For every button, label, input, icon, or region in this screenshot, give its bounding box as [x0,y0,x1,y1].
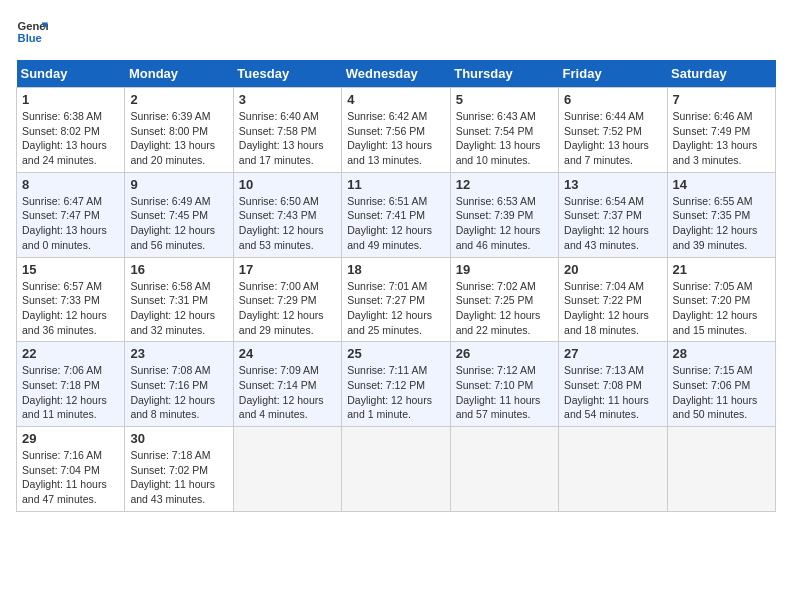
day-number: 24 [239,346,336,361]
sunrise-text: Sunrise: 6:49 AM [130,195,210,207]
sunset-text: Sunset: 7:58 PM [239,125,317,137]
sunrise-text: Sunrise: 7:05 AM [673,280,753,292]
sunrise-text: Sunrise: 6:57 AM [22,280,102,292]
sunrise-text: Sunrise: 6:55 AM [673,195,753,207]
day-number: 8 [22,177,119,192]
daylight-text: Daylight: 11 hours and 54 minutes. [564,394,649,421]
sunset-text: Sunset: 7:43 PM [239,209,317,221]
day-number: 27 [564,346,661,361]
logo: General Blue [16,16,48,48]
daylight-text: Daylight: 13 hours and 10 minutes. [456,139,541,166]
daylight-text: Daylight: 12 hours and 1 minute. [347,394,432,421]
calendar-cell: 6 Sunrise: 6:44 AM Sunset: 7:52 PM Dayli… [559,88,667,173]
day-number: 15 [22,262,119,277]
page-header: General Blue [16,16,776,48]
daylight-text: Daylight: 12 hours and 4 minutes. [239,394,324,421]
sunset-text: Sunset: 7:12 PM [347,379,425,391]
day-number: 30 [130,431,227,446]
day-number: 28 [673,346,770,361]
calendar-cell: 15 Sunrise: 6:57 AM Sunset: 7:33 PM Dayl… [17,257,125,342]
daylight-text: Daylight: 13 hours and 0 minutes. [22,224,107,251]
sunrise-text: Sunrise: 6:58 AM [130,280,210,292]
header-row: SundayMondayTuesdayWednesdayThursdayFrid… [17,60,776,88]
day-number: 1 [22,92,119,107]
calendar-cell: 19 Sunrise: 7:02 AM Sunset: 7:25 PM Dayl… [450,257,558,342]
daylight-text: Daylight: 12 hours and 29 minutes. [239,309,324,336]
day-number: 22 [22,346,119,361]
day-number: 17 [239,262,336,277]
sunset-text: Sunset: 7:06 PM [673,379,751,391]
sunrise-text: Sunrise: 7:09 AM [239,364,319,376]
day-number: 20 [564,262,661,277]
col-header-wednesday: Wednesday [342,60,450,88]
day-number: 25 [347,346,444,361]
sunset-text: Sunset: 7:18 PM [22,379,100,391]
day-number: 2 [130,92,227,107]
day-number: 12 [456,177,553,192]
sunrise-text: Sunrise: 6:54 AM [564,195,644,207]
sunset-text: Sunset: 7:54 PM [456,125,534,137]
sunset-text: Sunset: 7:56 PM [347,125,425,137]
sunset-text: Sunset: 7:16 PM [130,379,208,391]
calendar-cell: 23 Sunrise: 7:08 AM Sunset: 7:16 PM Dayl… [125,342,233,427]
sunrise-text: Sunrise: 7:18 AM [130,449,210,461]
daylight-text: Daylight: 13 hours and 13 minutes. [347,139,432,166]
calendar-week-row: 15 Sunrise: 6:57 AM Sunset: 7:33 PM Dayl… [17,257,776,342]
daylight-text: Daylight: 12 hours and 25 minutes. [347,309,432,336]
sunrise-text: Sunrise: 6:47 AM [22,195,102,207]
calendar-cell: 27 Sunrise: 7:13 AM Sunset: 7:08 PM Dayl… [559,342,667,427]
sunrise-text: Sunrise: 7:15 AM [673,364,753,376]
sunrise-text: Sunrise: 6:50 AM [239,195,319,207]
daylight-text: Daylight: 13 hours and 20 minutes. [130,139,215,166]
sunset-text: Sunset: 7:52 PM [564,125,642,137]
svg-text:General: General [18,20,48,32]
calendar-week-row: 1 Sunrise: 6:38 AM Sunset: 8:02 PM Dayli… [17,88,776,173]
sunrise-text: Sunrise: 7:00 AM [239,280,319,292]
day-number: 9 [130,177,227,192]
sunset-text: Sunset: 7:22 PM [564,294,642,306]
calendar-cell: 7 Sunrise: 6:46 AM Sunset: 7:49 PM Dayli… [667,88,775,173]
calendar-cell [450,427,558,512]
day-number: 6 [564,92,661,107]
sunset-text: Sunset: 8:00 PM [130,125,208,137]
sunset-text: Sunset: 7:37 PM [564,209,642,221]
daylight-text: Daylight: 12 hours and 18 minutes. [564,309,649,336]
day-number: 5 [456,92,553,107]
calendar-cell: 26 Sunrise: 7:12 AM Sunset: 7:10 PM Dayl… [450,342,558,427]
daylight-text: Daylight: 12 hours and 56 minutes. [130,224,215,251]
day-number: 7 [673,92,770,107]
sunrise-text: Sunrise: 6:39 AM [130,110,210,122]
day-number: 26 [456,346,553,361]
daylight-text: Daylight: 12 hours and 8 minutes. [130,394,215,421]
calendar-cell: 28 Sunrise: 7:15 AM Sunset: 7:06 PM Dayl… [667,342,775,427]
col-header-thursday: Thursday [450,60,558,88]
calendar-cell: 2 Sunrise: 6:39 AM Sunset: 8:00 PM Dayli… [125,88,233,173]
sunset-text: Sunset: 7:08 PM [564,379,642,391]
calendar-cell: 22 Sunrise: 7:06 AM Sunset: 7:18 PM Dayl… [17,342,125,427]
day-number: 21 [673,262,770,277]
calendar-cell: 17 Sunrise: 7:00 AM Sunset: 7:29 PM Dayl… [233,257,341,342]
calendar-cell: 21 Sunrise: 7:05 AM Sunset: 7:20 PM Dayl… [667,257,775,342]
calendar-cell: 18 Sunrise: 7:01 AM Sunset: 7:27 PM Dayl… [342,257,450,342]
sunrise-text: Sunrise: 7:02 AM [456,280,536,292]
calendar-cell: 12 Sunrise: 6:53 AM Sunset: 7:39 PM Dayl… [450,172,558,257]
calendar-cell: 30 Sunrise: 7:18 AM Sunset: 7:02 PM Dayl… [125,427,233,512]
daylight-text: Daylight: 11 hours and 43 minutes. [130,478,215,505]
col-header-tuesday: Tuesday [233,60,341,88]
sunset-text: Sunset: 7:41 PM [347,209,425,221]
calendar-cell: 5 Sunrise: 6:43 AM Sunset: 7:54 PM Dayli… [450,88,558,173]
sunset-text: Sunset: 7:14 PM [239,379,317,391]
daylight-text: Daylight: 12 hours and 53 minutes. [239,224,324,251]
col-header-sunday: Sunday [17,60,125,88]
calendar-cell: 16 Sunrise: 6:58 AM Sunset: 7:31 PM Dayl… [125,257,233,342]
sunset-text: Sunset: 7:47 PM [22,209,100,221]
sunrise-text: Sunrise: 6:44 AM [564,110,644,122]
calendar-cell: 9 Sunrise: 6:49 AM Sunset: 7:45 PM Dayli… [125,172,233,257]
daylight-text: Daylight: 12 hours and 36 minutes. [22,309,107,336]
daylight-text: Daylight: 13 hours and 17 minutes. [239,139,324,166]
day-number: 19 [456,262,553,277]
sunset-text: Sunset: 7:02 PM [130,464,208,476]
col-header-friday: Friday [559,60,667,88]
sunset-text: Sunset: 7:33 PM [22,294,100,306]
sunrise-text: Sunrise: 7:04 AM [564,280,644,292]
